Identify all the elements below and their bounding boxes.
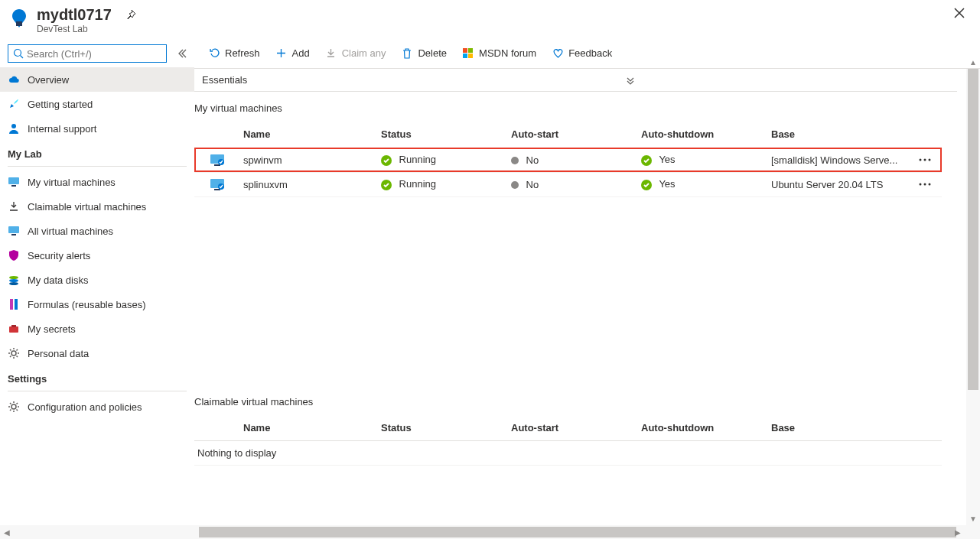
sidebar-item-secrets[interactable]: My secrets	[0, 317, 194, 341]
status-grey-icon	[511, 181, 519, 189]
delete-button[interactable]: Delete	[393, 38, 454, 68]
refresh-button[interactable]: Refresh	[200, 38, 268, 68]
sidebar-item-all-vms[interactable]: All virtual machines	[0, 219, 194, 243]
sidebar-item-getting-started[interactable]: Getting started	[0, 92, 194, 116]
msdn-button[interactable]: MSDN forum	[454, 38, 544, 68]
claim-vms-title: Claimable virtual machines	[194, 396, 965, 407]
status-ok-icon	[641, 155, 652, 166]
claim-empty: Nothing to display	[194, 441, 942, 466]
sidebar-item-config[interactable]: Configuration and policies	[0, 395, 194, 419]
refresh-icon	[208, 47, 220, 60]
sidebar-item-label: Internal support	[28, 123, 96, 135]
trash-icon	[401, 47, 413, 60]
status-grey-icon	[511, 157, 519, 164]
sidebar-item-data-disks[interactable]: My data disks	[0, 268, 194, 292]
sidebar-item-label: Overview	[28, 74, 69, 86]
svg-rect-11	[10, 299, 13, 310]
scroll-thumb[interactable]	[968, 69, 978, 390]
svg-rect-7	[11, 234, 16, 235]
vertical-scrollbar[interactable]: ▲ ▼	[966, 69, 980, 525]
table-row[interactable]: spwinvm Running No Yes[smalldisk] Window…	[194, 148, 942, 172]
gear-icon	[8, 347, 20, 359]
svg-rect-13	[9, 326, 18, 333]
col-base[interactable]: Base	[768, 122, 916, 148]
svg-rect-12	[15, 299, 18, 310]
col-autoshut[interactable]: Auto-shutdown	[638, 415, 768, 441]
sidebar-item-label: Getting started	[28, 99, 93, 110]
col-name[interactable]: Name	[240, 122, 378, 148]
col-base[interactable]: Base	[768, 415, 916, 441]
rocket-icon	[8, 98, 20, 110]
microsoft-logo-icon	[462, 47, 474, 60]
sidebar-item-label: Personal data	[28, 348, 89, 359]
horizontal-scrollbar[interactable]: ◀ ▶	[0, 525, 980, 539]
msdn-label: MSDN forum	[479, 47, 536, 59]
heart-icon	[552, 47, 564, 60]
delete-label: Delete	[418, 47, 447, 59]
svg-point-32	[929, 183, 931, 186]
row-menu-button[interactable]	[916, 172, 942, 196]
sidebar-item-label: Claimable virtual machines	[28, 201, 146, 213]
sidebar: OverviewGetting startedInternal support …	[0, 38, 194, 525]
collapse-sidebar-icon[interactable]	[177, 49, 187, 58]
main: Refresh Add Claim any Delete MSDN forum …	[194, 38, 980, 525]
svg-rect-0	[16, 21, 22, 26]
col-name[interactable]: Name	[240, 415, 378, 441]
chevron-down-icon	[625, 75, 636, 86]
sidebar-item-label: Formulas (reusable bases)	[28, 299, 146, 310]
scroll-down-arrow[interactable]: ▼	[966, 511, 980, 525]
cell-autoshut: Yes	[638, 148, 768, 172]
svg-point-9	[9, 279, 18, 282]
sidebar-item-label: My virtual machines	[28, 177, 116, 188]
sidebar-item-overview[interactable]: Overview	[0, 67, 194, 92]
scroll-up-arrow[interactable]: ▲	[966, 55, 980, 69]
svg-rect-6	[8, 226, 19, 233]
claim-vms-table: Name Status Auto-start Auto-shutdown Bas…	[194, 415, 942, 466]
col-status[interactable]: Status	[378, 122, 508, 148]
sidebar-item-formulas[interactable]: Formulas (reusable bases)	[0, 292, 194, 317]
close-icon[interactable]	[954, 8, 965, 18]
pin-icon[interactable]	[125, 10, 136, 21]
essentials-label: Essentials	[202, 74, 247, 86]
col-autoshut[interactable]: Auto-shutdown	[638, 122, 768, 148]
essentials-toggle[interactable]: Essentials	[194, 69, 957, 92]
col-autostart[interactable]: Auto-start	[508, 415, 638, 441]
add-button[interactable]: Add	[268, 38, 317, 68]
svg-point-3	[11, 124, 16, 128]
col-autostart[interactable]: Auto-start	[508, 122, 638, 148]
svg-rect-14	[11, 325, 16, 327]
section-my-lab: My Lab	[0, 141, 194, 164]
divider	[8, 391, 187, 391]
cell-name: splinuxvm	[240, 172, 378, 196]
sidebar-item-internal-support[interactable]: Internal support	[0, 116, 194, 141]
sidebar-item-claimable[interactable]: Claimable virtual machines	[0, 194, 194, 219]
search-icon	[13, 48, 24, 59]
sidebar-item-label: My data disks	[28, 274, 88, 286]
page-title: mydtl0717	[37, 6, 112, 24]
my-vms-title: My virtual machines	[194, 102, 965, 114]
cell-base: [smalldisk] Windows Serve...	[768, 148, 916, 172]
svg-point-1	[15, 50, 21, 57]
plus-icon	[275, 47, 288, 60]
search-input-wrap[interactable]	[8, 44, 167, 63]
formula-icon	[8, 298, 20, 310]
scroll-left-arrow[interactable]: ◀	[0, 525, 14, 539]
sidebar-item-my-vms[interactable]: My virtual machines	[0, 170, 194, 194]
sidebar-item-label: Security alerts	[28, 250, 90, 261]
cell-autostart: No	[508, 172, 638, 196]
svg-point-30	[920, 183, 922, 186]
lab-icon	[8, 8, 31, 31]
col-status[interactable]: Status	[378, 415, 508, 441]
scroll-right-arrow[interactable]: ▶	[951, 525, 965, 539]
search-input[interactable]	[27, 48, 161, 60]
svg-point-24	[929, 159, 931, 161]
shield-icon	[8, 249, 20, 261]
scroll-thumb[interactable]	[199, 527, 956, 537]
sidebar-item-security[interactable]: Security alerts	[0, 243, 194, 268]
sidebar-item-personal[interactable]: Personal data	[0, 341, 194, 365]
feedback-button[interactable]: Feedback	[544, 38, 620, 68]
svg-point-16	[11, 404, 16, 409]
svg-rect-5	[11, 185, 16, 187]
row-menu-button[interactable]	[916, 148, 942, 172]
table-row[interactable]: splinuxvm Running No YesUbuntu Server 20…	[194, 172, 942, 196]
